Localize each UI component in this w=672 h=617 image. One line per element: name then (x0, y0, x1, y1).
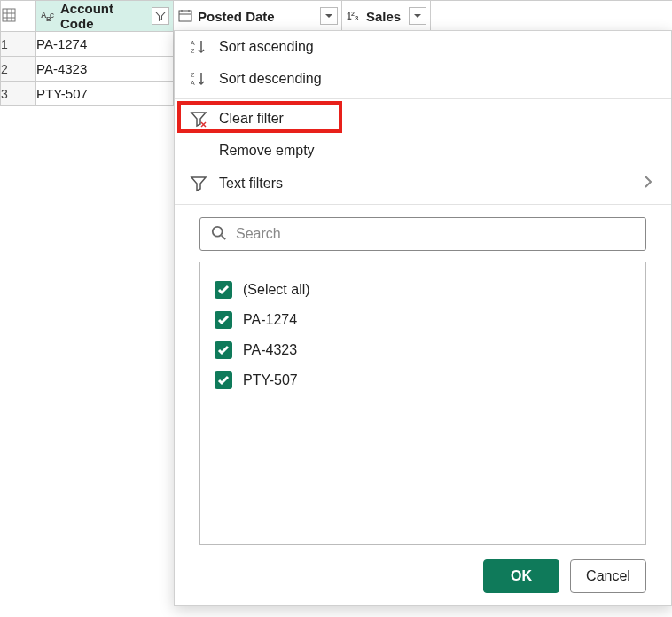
checkbox-checked[interactable] (215, 311, 232, 329)
sort-desc-icon: ZA (189, 69, 208, 89)
filter-value-label: PA-1274 (243, 312, 297, 328)
search-icon (211, 225, 227, 244)
column-spacer (431, 1, 673, 32)
svg-rect-8 (179, 11, 191, 21)
table-icon (1, 8, 17, 22)
filter-value-item[interactable]: PA-4323 (215, 335, 631, 365)
column-header-posted-date[interactable]: Posted Date (174, 1, 342, 32)
ok-button[interactable]: OK (483, 559, 559, 593)
row-number[interactable]: 1 (1, 32, 36, 57)
column-header-account-code[interactable]: ABC Account Code (36, 1, 174, 32)
blank-icon (189, 141, 208, 160)
checkbox-checked[interactable] (215, 281, 232, 299)
cell-account[interactable]: PA-4323 (36, 57, 174, 82)
menu-label: Sort descending (219, 71, 322, 87)
menu-label: Clear filter (219, 111, 284, 127)
number-type-icon: 123 (346, 9, 362, 23)
menu-separator (175, 98, 671, 99)
filter-value-item[interactable]: PTY-507 (215, 365, 631, 395)
menu-label: Sort ascending (219, 39, 314, 55)
column-filter-button-account[interactable] (152, 7, 169, 25)
column-label: Sales (366, 9, 404, 24)
button-label: OK (511, 568, 532, 584)
button-label: Cancel (586, 568, 630, 584)
date-type-icon (177, 9, 193, 23)
select-all-corner[interactable] (1, 1, 36, 32)
menu-separator (175, 204, 671, 205)
svg-text:3: 3 (355, 14, 359, 22)
clear-filter-icon (189, 109, 208, 129)
row-number[interactable]: 2 (1, 57, 36, 82)
chevron-right-icon (643, 173, 653, 194)
svg-text:Z: Z (191, 72, 195, 78)
column-header-sales[interactable]: 123 Sales (342, 1, 431, 32)
filter-value-label: PTY-507 (243, 372, 298, 388)
checkbox-checked[interactable] (215, 341, 232, 359)
svg-text:Z: Z (191, 48, 195, 54)
svg-text:C: C (50, 12, 54, 19)
svg-line-27 (222, 235, 226, 239)
row-number[interactable]: 3 (1, 82, 36, 106)
search-input[interactable] (236, 226, 635, 242)
cancel-button[interactable]: Cancel (570, 559, 646, 593)
sort-ascending-item[interactable]: AZ Sort ascending (175, 31, 671, 63)
filter-search-box[interactable] (199, 217, 646, 251)
chevron-down-icon (324, 11, 334, 21)
filter-value-label: (Select all) (243, 282, 310, 298)
cell-account[interactable]: PTY-507 (36, 82, 174, 106)
text-type-icon: ABC (40, 9, 56, 23)
text-filters-item[interactable]: Text filters (175, 167, 671, 200)
column-label: Account Code (60, 1, 147, 31)
column-filter-button-posted[interactable] (320, 7, 338, 25)
column-filter-button-sales[interactable] (409, 7, 426, 25)
sort-descending-item[interactable]: ZA Sort descending (175, 63, 671, 95)
menu-label: Remove empty (219, 143, 315, 159)
column-label: Posted Date (198, 9, 316, 24)
clear-filter-item[interactable]: Clear filter (175, 103, 671, 135)
filter-value-item[interactable]: (Select all) (215, 275, 631, 305)
cell-account[interactable]: PA-1274 (36, 32, 174, 57)
svg-text:A: A (191, 40, 195, 46)
filter-value-item[interactable]: PA-1274 (215, 305, 631, 335)
checkbox-checked[interactable] (215, 371, 232, 389)
svg-text:A: A (191, 80, 195, 86)
filter-values-list[interactable]: (Select all) PA-1274 PA-4323 PTY-507 (199, 262, 646, 545)
filter-applied-icon (155, 11, 166, 21)
filter-value-label: PA-4323 (243, 342, 297, 358)
svg-rect-0 (3, 9, 15, 21)
svg-point-26 (213, 226, 223, 236)
funnel-icon (189, 174, 208, 193)
chevron-down-icon (412, 11, 423, 21)
remove-empty-item[interactable]: Remove empty (175, 135, 671, 167)
filter-dropdown-menu: AZ Sort ascending ZA Sort descending Cle… (174, 30, 672, 606)
sort-asc-icon: AZ (189, 37, 208, 57)
menu-label: Text filters (219, 176, 283, 191)
